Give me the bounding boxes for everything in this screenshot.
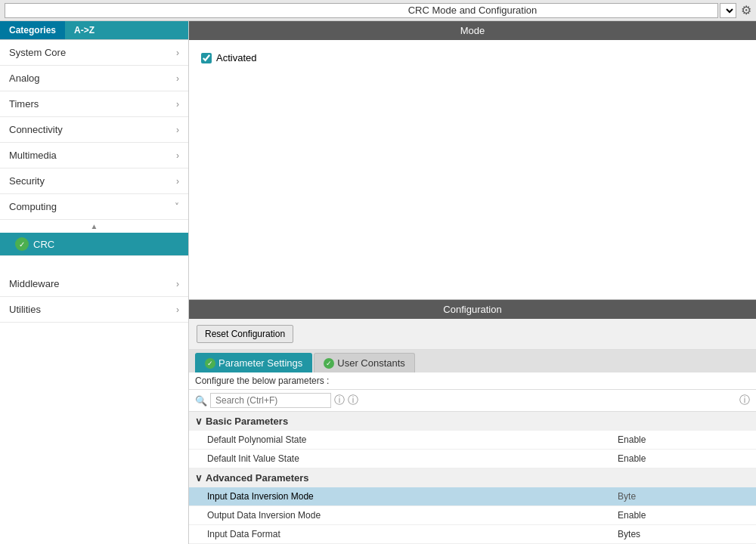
chevron-down-icon: ∨ [195,416,203,427]
param-value: Enable [600,431,756,450]
sidebar-item-label: Computing [9,201,57,212]
param-label: Input Data Inversion Mode [189,487,600,506]
sidebar-item-connectivity[interactable]: Connectivity › [0,117,188,143]
param-label: Input Data Format [189,525,600,544]
table-row[interactable]: Default Polynomial State Enable [189,431,756,450]
sidebar-subitem-label: CRC [33,239,54,250]
chevron-down-icon: ∨ [195,472,203,484]
sidebar-item-system-core[interactable]: System Core › [0,40,188,66]
table-row[interactable]: Input Data Inversion Mode Byte [189,487,756,506]
chevron-down-icon: ˅ [175,202,179,212]
config-tabs: ✓ Parameter Settings ✓ User Constants [189,350,756,372]
chevron-right-icon: › [176,279,179,289]
group-basic-parameters[interactable]: ∨Basic Parameters [189,412,756,431]
group-advanced-parameters[interactable]: ∨Advanced Parameters [189,468,756,488]
param-value: Enable [600,506,756,525]
sidebar-item-label: Utilities [9,304,41,315]
sidebar-item-timers[interactable]: Timers › [0,91,188,117]
sidebar-item-multimedia[interactable]: Multimedia › [0,143,188,168]
filter-label: Configure the below parameters : [189,372,756,390]
tab-check-icon: ✓ [205,358,215,369]
sidebar-item-label: System Core [9,47,66,58]
activated-checkbox[interactable] [201,53,212,63]
tab-label: Parameter Settings [218,357,302,369]
tab-atoz[interactable]: A->Z [65,21,104,39]
sidebar-item-label: Multimedia [9,150,57,161]
tab-user-constants[interactable]: ✓ User Constants [314,353,415,372]
param-label: Default Init Value State [189,450,600,468]
chevron-right-icon: › [176,48,179,58]
param-value: Byte [600,487,756,506]
activated-row: Activated [201,52,744,63]
info-icon-right[interactable]: ⓘ [739,394,750,407]
search-row: 🔍 ⓘ ⓘ ⓘ [189,390,756,412]
tab-param-settings[interactable]: ✓ Parameter Settings [195,353,312,372]
sidebar-item-label: Connectivity [9,124,63,135]
content-area: Mode Activated Configuration Reset Confi… [189,21,756,544]
table-row[interactable]: Input Data Format Bytes [189,525,756,544]
sidebar-item-label: Timers [9,98,39,110]
chevron-right-icon: › [176,150,179,161]
config-area: Configuration Reset Configuration ✓ Para… [189,299,756,544]
chevron-right-icon: › [176,304,179,315]
mode-header: Mode [189,21,756,40]
tab-label: User Constants [337,357,405,369]
activated-label: Activated [216,52,256,63]
sidebar-item-label: Middleware [9,278,59,289]
param-label: Default Polynomial State [189,431,600,450]
tab-categories[interactable]: Categories [0,21,65,39]
param-label: Output Data Inversion Mode [189,506,600,525]
mode-section: Activated [189,40,756,299]
table-row[interactable]: Default Init Value State Enable [189,450,756,468]
top-bar: ⚙ CRC Mode and Configuration [0,0,756,21]
sidebar-item-label: Analog [9,73,39,84]
sidebar-tabs: Categories A->Z [0,21,188,40]
chevron-right-icon: › [176,176,179,187]
table-row[interactable]: Output Data Inversion Mode Enable [189,506,756,525]
chevron-right-icon: › [176,73,179,84]
sidebar-items: System Core › Analog › Timers › Connecti… [0,40,188,544]
param-value: Bytes [600,525,756,544]
info-icon-2[interactable]: ⓘ [348,394,358,407]
sidebar-item-computing[interactable]: Computing ˅ [0,194,188,220]
config-header: Configuration [189,300,756,319]
sidebar-subitem-crc[interactable]: ✓ CRC [0,233,188,256]
info-icon-1[interactable]: ⓘ [334,394,345,407]
chevron-right-icon: › [176,99,179,110]
sidebar-item-label: Security [9,175,45,187]
chevron-right-icon: › [176,125,179,135]
sidebar-spacer [0,256,188,271]
tab-check-icon: ✓ [324,358,334,369]
params-table: ∨Basic Parameters Default Polynomial Sta… [189,412,756,544]
expand-indicator[interactable]: ▲ [0,220,188,233]
sidebar-item-utilities[interactable]: Utilities › [0,297,188,323]
sidebar-item-middleware[interactable]: Middleware › [0,271,188,297]
search-icon: 🔍 [195,395,207,406]
params-container: ∨Basic Parameters Default Polynomial Sta… [189,412,756,544]
sidebar: Categories A->Z System Core › Analog › T… [0,21,189,544]
reset-config-button[interactable]: Reset Configuration [197,325,293,343]
sidebar-item-analog[interactable]: Analog › [0,66,188,91]
sidebar-item-security[interactable]: Security › [0,168,188,194]
check-icon: ✓ [15,237,29,251]
page-title: CRC Mode and Configuration [189,5,756,16]
param-value: Enable [600,450,756,468]
config-toolbar: Reset Configuration [189,319,756,350]
param-search-input[interactable] [210,393,331,408]
